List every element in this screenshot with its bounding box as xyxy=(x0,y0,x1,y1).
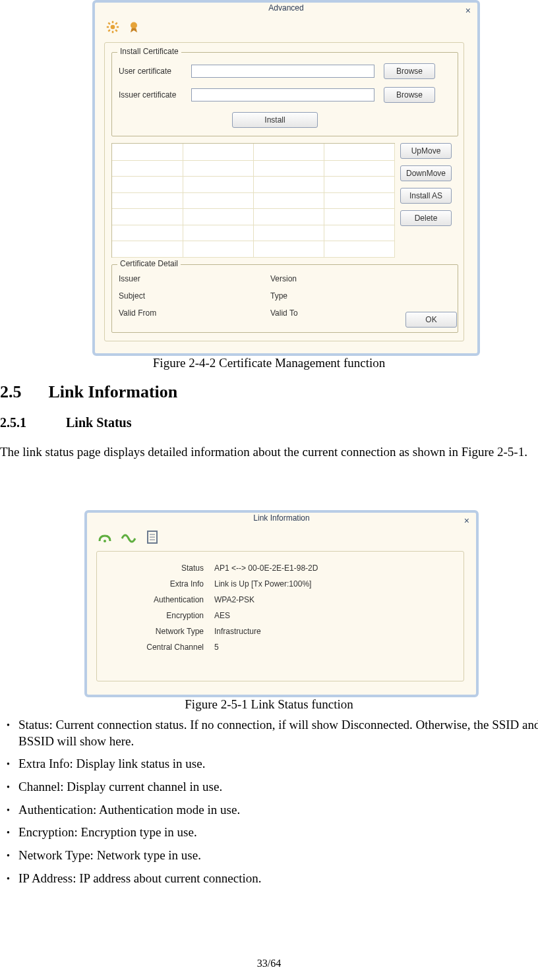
side-buttons: UpMove DownMove Install AS Delete xyxy=(400,143,452,226)
detail-version-label: Version xyxy=(270,274,297,283)
detail-validto-label: Valid To xyxy=(270,308,298,318)
bullet-list: Status: Current connection status. If no… xyxy=(0,717,538,894)
ok-button[interactable]: OK xyxy=(405,312,457,328)
list-item: Status: Current connection status. If no… xyxy=(18,717,538,749)
table-cell[interactable] xyxy=(112,144,183,161)
extrainfo-value: Link is Up [Tx Power:100%] xyxy=(214,579,311,589)
nettype-value: Infrastructure xyxy=(214,627,261,636)
page-number: 33/64 xyxy=(0,958,538,969)
downmove-button[interactable]: DownMove xyxy=(400,165,452,181)
status-value: AP1 <--> 00-0E-2E-E1-98-2D xyxy=(214,563,318,573)
table-cell[interactable] xyxy=(253,192,324,210)
list-item: Encryption: Encryption type in use. xyxy=(18,824,538,841)
list-item: Extra Info: Display link status in use. xyxy=(18,756,538,772)
wave-icon[interactable] xyxy=(120,529,137,546)
document-icon[interactable] xyxy=(144,529,161,546)
delete-button[interactable]: Delete xyxy=(400,210,452,226)
table-cell[interactable] xyxy=(253,176,324,193)
toolbar xyxy=(104,18,142,36)
table-cell[interactable] xyxy=(112,192,183,210)
table-cell[interactable] xyxy=(183,144,254,161)
table-cell[interactable] xyxy=(324,241,395,258)
extrainfo-label: Extra Info xyxy=(117,579,214,589)
group-legend: Certificate Detail xyxy=(117,259,181,268)
browse-user-button[interactable]: Browse xyxy=(384,63,435,79)
table-cell[interactable] xyxy=(183,225,254,242)
table-cell[interactable] xyxy=(183,241,254,258)
section-title: Link Information xyxy=(49,382,178,401)
detail-subject-label: Subject xyxy=(119,291,270,301)
link-info-dialog: Link Information × Status AP1 <--> 00-0E… xyxy=(84,510,479,697)
install-button[interactable]: Install xyxy=(232,112,318,128)
table-cell[interactable] xyxy=(253,241,324,258)
detail-issuer-label: Issuer xyxy=(119,274,270,283)
table-cell[interactable] xyxy=(183,160,254,177)
paragraph: The link status page displays detailed i… xyxy=(0,444,538,461)
auth-label: Authentication xyxy=(117,595,214,604)
certificate-table[interactable]: /* cells added below by generic drawing … xyxy=(111,143,395,258)
table-cell[interactable] xyxy=(183,176,254,193)
issuer-cert-label: Issuer certificate xyxy=(119,90,191,100)
close-icon[interactable]: × xyxy=(465,5,471,16)
signal-icon[interactable] xyxy=(96,529,113,546)
table-cell[interactable] xyxy=(112,160,183,177)
svg-line-8 xyxy=(115,22,117,24)
user-cert-label: User certificate xyxy=(119,67,191,76)
figure-caption-1: Figure 2-4-2 Certificate Management func… xyxy=(0,356,538,370)
advanced-dialog: Advanced × Install Certificate User cert… xyxy=(92,0,480,356)
list-item: Authentication: Authentication mode in u… xyxy=(18,802,538,819)
table-cell[interactable] xyxy=(253,144,324,161)
status-label: Status xyxy=(117,563,214,573)
table-cell[interactable] xyxy=(253,208,324,225)
detail-type-label: Type xyxy=(270,291,287,301)
main-panel: Install Certificate User certificate Bro… xyxy=(104,42,464,341)
section-heading: 2.5 Link Information xyxy=(0,382,177,402)
table-cell[interactable] xyxy=(183,208,254,225)
install-certificate-group: Install Certificate User certificate Bro… xyxy=(111,52,458,136)
subsection-number: 2.5.1 xyxy=(0,415,26,430)
dialog-title: Link Information xyxy=(87,512,476,527)
section-number: 2.5 xyxy=(0,382,22,401)
encryption-label: Encryption xyxy=(117,611,214,620)
svg-line-5 xyxy=(108,22,110,24)
table-cell[interactable] xyxy=(324,225,395,242)
channel-value: 5 xyxy=(214,643,219,652)
table-cell[interactable] xyxy=(324,176,395,193)
install-as-button[interactable]: Install AS xyxy=(400,188,452,204)
channel-label: Central Channel xyxy=(117,643,214,652)
table-cell[interactable] xyxy=(324,144,395,161)
subsection-title: Link Status xyxy=(66,415,132,430)
table-cell[interactable] xyxy=(324,208,395,225)
table-cell[interactable] xyxy=(112,225,183,242)
detail-validfrom-label: Valid From xyxy=(119,308,270,318)
user-cert-input[interactable] xyxy=(191,65,374,78)
table-cell[interactable] xyxy=(112,176,183,193)
dialog-title: Advanced xyxy=(95,2,477,16)
table-cell[interactable] xyxy=(112,241,183,258)
browse-issuer-button[interactable]: Browse xyxy=(384,87,435,103)
nettype-label: Network Type xyxy=(117,627,214,636)
svg-point-9 xyxy=(131,22,137,29)
table-cell[interactable] xyxy=(253,225,324,242)
figure-caption-2: Figure 2-5-1 Link Status function xyxy=(0,697,538,712)
ribbon-icon[interactable] xyxy=(125,18,142,36)
svg-line-6 xyxy=(115,30,117,31)
table-cell[interactable] xyxy=(183,192,254,210)
table-cell[interactable] xyxy=(253,160,324,177)
upmove-button[interactable]: UpMove xyxy=(400,143,452,159)
table-cell[interactable] xyxy=(112,208,183,225)
table-cell[interactable] xyxy=(324,160,395,177)
close-icon[interactable]: × xyxy=(464,515,469,526)
list-item: IP Address: IP address about current con… xyxy=(18,871,538,887)
subsection-heading: 2.5.1 Link Status xyxy=(0,415,132,430)
table-cell[interactable] xyxy=(324,192,395,210)
toolbar xyxy=(96,529,161,546)
svg-point-10 xyxy=(104,540,106,542)
svg-line-7 xyxy=(108,30,110,31)
list-item: Network Type: Network type in use. xyxy=(18,848,538,864)
link-info-panel: Status AP1 <--> 00-0E-2E-E1-98-2D Extra … xyxy=(96,551,464,681)
svg-point-0 xyxy=(111,25,115,30)
issuer-cert-input[interactable] xyxy=(191,88,374,101)
auth-value: WPA2-PSK xyxy=(214,595,254,604)
gear-icon[interactable] xyxy=(104,18,121,36)
